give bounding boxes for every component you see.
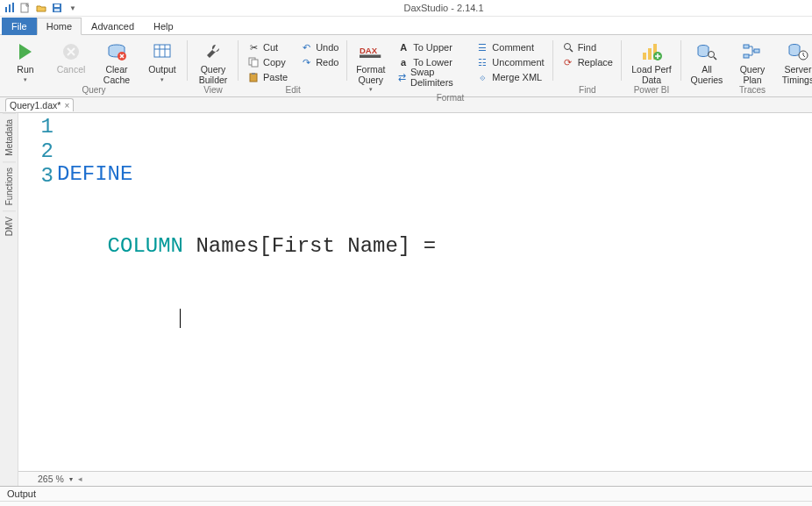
group-edit-label: Edit <box>244 85 342 96</box>
query-plan-button[interactable]: Query Plan <box>732 39 773 85</box>
code-area[interactable]: DEFINE COLUMN Names[First Name] = <box>57 113 812 471</box>
chevron-left-icon[interactable]: ◂ <box>78 474 82 483</box>
svg-rect-6 <box>54 9 60 11</box>
group-find: Find ⟳ Replace Find <box>553 35 622 96</box>
all-queries-icon <box>695 40 718 63</box>
query-builder-button[interactable]: Query Builder <box>193 39 233 85</box>
all-queries-button[interactable]: All Queries <box>687 39 727 85</box>
format-query-button[interactable]: DAX Format Query ▾ <box>353 39 388 93</box>
side-tab-dmv[interactable]: DMV <box>3 210 16 241</box>
save-icon[interactable] <box>51 2 63 14</box>
new-icon[interactable] <box>19 2 32 14</box>
dax-icon: DAX <box>360 40 382 63</box>
paste-button[interactable]: Paste <box>244 70 291 84</box>
svg-line-21 <box>570 49 573 52</box>
svg-point-27 <box>708 52 714 58</box>
replace-button[interactable]: ⟳ Replace <box>559 55 616 69</box>
document-tab[interactable]: Query1.dax* × <box>5 98 74 111</box>
group-query: Run ▾ Cancel Clear Cache Output <box>0 35 188 96</box>
group-format-label: Format <box>353 93 547 104</box>
output-header[interactable]: Output <box>0 487 812 502</box>
clear-cache-icon <box>105 40 128 63</box>
query-plan-icon <box>741 40 764 63</box>
clear-cache-button[interactable]: Clear Cache <box>96 39 137 85</box>
find-label: Find <box>578 42 596 53</box>
redo-label: Redo <box>316 57 338 68</box>
open-icon[interactable] <box>35 2 47 14</box>
to-upper-label: To Upper <box>413 42 452 53</box>
scissors-icon: ✂ <box>247 41 260 53</box>
tab-home[interactable]: Home <box>37 18 82 35</box>
copy-button[interactable]: Copy <box>244 55 291 69</box>
comment-button[interactable]: ☰ Comment <box>473 40 547 54</box>
qat-dropdown-icon[interactable]: ▼ <box>67 2 79 14</box>
undo-button[interactable]: ↶ Undo <box>296 40 342 54</box>
code-text: Names[First Name] = <box>183 234 436 258</box>
tab-help[interactable]: Help <box>144 18 183 35</box>
output-label: Output <box>148 65 176 75</box>
lower-icon: a <box>397 56 410 68</box>
chevron-down-icon[interactable]: ▾ <box>69 475 73 483</box>
chevron-down-icon: ▾ <box>160 76 164 83</box>
group-edit: ✂ Cut Copy Paste ↶ <box>239 35 347 96</box>
play-icon <box>14 40 37 63</box>
menu-tabs: File Home Advanced Help <box>0 17 812 34</box>
cancel-icon <box>60 40 82 63</box>
editor-wrap: 1 2 3 DEFINE COLUMN Names[First Name] = … <box>18 113 812 486</box>
redo-icon: ↷ <box>300 56 312 68</box>
redo-button[interactable]: ↷ Redo <box>296 55 342 69</box>
cancel-button: Cancel <box>51 39 91 75</box>
code-editor[interactable]: 1 2 3 DEFINE COLUMN Names[First Name] = <box>18 113 812 471</box>
zoom-control[interactable]: 265 % ▾ ◂ <box>38 474 82 484</box>
zoom-value: 265 % <box>38 474 64 484</box>
uncomment-button[interactable]: ☷ Uncomment <box>473 55 547 69</box>
cancel-label: Cancel <box>57 65 86 75</box>
format-query-label: Format Query <box>354 65 387 85</box>
to-upper-button[interactable]: A To Upper <box>394 40 467 54</box>
svg-rect-1 <box>9 4 11 12</box>
group-powerbi: Load Perf Data Power BI <box>622 35 681 96</box>
swap-delimiters-button[interactable]: ⇄ Swap Delimiters <box>394 70 467 84</box>
work-area: Metadata Functions DMV 1 2 3 DEFINE COLU… <box>0 113 812 486</box>
close-icon[interactable]: × <box>64 101 69 110</box>
svg-rect-15 <box>252 60 258 67</box>
perf-data-icon <box>640 40 663 63</box>
side-tab-metadata[interactable]: Metadata <box>3 113 16 161</box>
uncomment-label: Uncomment <box>492 57 544 68</box>
output-button[interactable]: Output ▾ <box>142 39 182 82</box>
cut-button[interactable]: ✂ Cut <box>244 40 291 54</box>
load-perf-data-button[interactable]: Load Perf Data <box>627 39 676 85</box>
quick-access-toolbar: ▼ <box>4 2 79 14</box>
swap-delimiters-label: Swap Delimiters <box>410 67 464 88</box>
tab-file[interactable]: File <box>2 18 37 35</box>
server-timings-label: Server Timings <box>780 65 812 85</box>
run-button[interactable]: Run ▾ <box>5 39 46 82</box>
group-find-label: Find <box>559 85 616 96</box>
comment-icon: ☰ <box>476 41 488 53</box>
app-icon <box>4 2 16 14</box>
tab-advanced[interactable]: Advanced <box>82 18 144 35</box>
server-timings-button[interactable]: Server Timings <box>778 39 812 85</box>
uncomment-icon: ☷ <box>476 56 488 68</box>
find-button[interactable]: Find <box>559 40 616 54</box>
comment-label: Comment <box>492 42 534 53</box>
side-tab-functions[interactable]: Functions <box>3 161 16 210</box>
document-tab-label: Query1.dax* <box>10 100 61 110</box>
svg-rect-22 <box>643 53 646 60</box>
load-perf-data-label: Load Perf Data <box>629 65 674 85</box>
undo-icon: ↶ <box>300 41 312 53</box>
run-label: Run <box>17 65 33 75</box>
merge-xml-button[interactable]: ⟐ Merge XML <box>473 70 547 84</box>
group-format: DAX Format Query ▾ A To Upper a To Lower… <box>347 35 552 96</box>
svg-rect-10 <box>154 45 170 57</box>
group-powerbi-label: Power BI <box>627 85 676 96</box>
query-plan-label: Query Plan <box>734 65 771 85</box>
svg-rect-30 <box>744 54 749 58</box>
svg-line-28 <box>714 57 716 60</box>
group-traces: All Queries Query Plan Server Timings Tr… <box>681 35 812 96</box>
search-icon <box>562 41 574 53</box>
server-timings-icon <box>787 40 809 63</box>
ribbon: Run ▾ Cancel Clear Cache Output <box>0 34 812 97</box>
chevron-down-icon: ▾ <box>369 86 373 93</box>
svg-rect-19 <box>360 54 381 57</box>
